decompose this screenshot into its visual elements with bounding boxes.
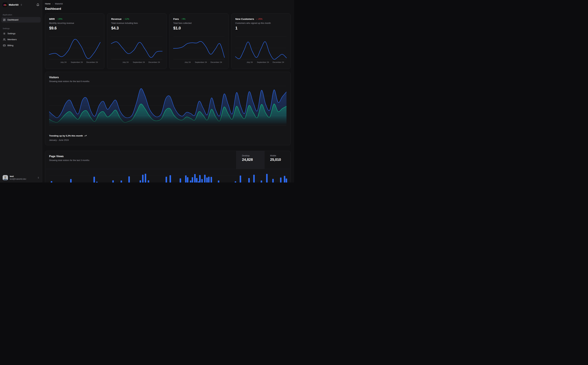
bar (166, 177, 167, 182)
trend-arrow-icon: ↑ (181, 18, 182, 20)
makerkit-logo: m (3, 2, 7, 7)
bar (248, 178, 250, 182)
trending-up-icon (84, 134, 87, 137)
bar (272, 179, 274, 182)
x-tick-label: July 24 (123, 61, 129, 63)
x-tick-label: July 24 (247, 61, 253, 63)
user-name: test (10, 175, 26, 178)
chevron-right-icon (52, 3, 54, 5)
user-info: test test@makerkit.dev (10, 175, 26, 180)
page-views-bar-chart (49, 169, 286, 182)
x-tick-label: September 24 (257, 61, 269, 63)
sidebar-item-dashboard[interactable]: Dashboard (1, 17, 41, 22)
stat-value: 1 (235, 26, 286, 30)
bar (218, 181, 219, 182)
bar (93, 177, 95, 182)
bar (235, 181, 236, 182)
visitors-subtitle: Showing total visitors for the last 6 mo… (49, 80, 286, 83)
page-views-title: Page Views (49, 155, 232, 158)
sidebar-item-label: Members (7, 38, 17, 41)
chevrons-up-down-icon[interactable] (20, 4, 22, 6)
x-tick-label: December 24 (86, 61, 98, 63)
toggle-value: 25,010 (270, 158, 291, 162)
sidebar-section-settings: Settings (0, 28, 42, 29)
sparkline-chart (49, 36, 100, 59)
bar (145, 174, 146, 182)
sparkline-chart (173, 36, 224, 59)
bar (280, 177, 282, 182)
trend-badge: ↑20% (57, 18, 62, 20)
bar (51, 181, 52, 182)
stat-card-revenue: Revenue ↑12% Total revenue including fee… (107, 14, 166, 69)
bar (140, 180, 141, 182)
bar (206, 177, 208, 182)
user-avatar (3, 175, 8, 180)
visitors-area-svg (49, 86, 286, 125)
user-account-menu[interactable]: test test@makerkit.dev (0, 173, 42, 182)
bar (261, 181, 262, 182)
bar (121, 181, 122, 182)
visitors-card: Visitors Showing total visitors for the … (45, 72, 291, 145)
x-tick-label: September 24 (195, 61, 207, 63)
toggle-value: 24,828 (242, 158, 264, 162)
toggle-label: Desktop (242, 154, 264, 157)
sidebar-item-label: Settings (7, 32, 15, 35)
toggle-desktop[interactable]: Desktop 24,828 (236, 151, 264, 169)
bar (187, 177, 188, 182)
bar (208, 177, 210, 182)
bar (199, 175, 201, 182)
sidebar: m Makerkit Application Dashboard Setting… (0, 0, 42, 182)
stat-description: Customers who signed up this month (235, 22, 286, 24)
visitors-period: January - June 2024 (49, 139, 69, 141)
x-tick-label: December 24 (148, 61, 160, 63)
bar (128, 176, 130, 182)
breadcrumb-home-link[interactable]: Home (45, 3, 50, 5)
bar (196, 178, 198, 182)
sparkline-chart (235, 36, 286, 59)
chevrons-up-down-icon[interactable] (37, 177, 39, 179)
bar (194, 174, 196, 182)
stat-description: Total revenue including fees (111, 22, 162, 24)
x-tick-label: July 24 (185, 61, 191, 63)
toggle-label: Mobile (270, 154, 291, 157)
bar (240, 175, 241, 182)
x-tick-label: December 24 (211, 61, 222, 63)
visitors-trending: Trending up by 5.2% this month (49, 134, 87, 137)
trend-arrow-icon: ↑ (57, 18, 58, 20)
x-tick-label: September 24 (71, 61, 83, 63)
stat-description: Total fees collected (173, 22, 224, 24)
stat-title: Revenue (111, 18, 122, 20)
sidebar-section-application: Application (0, 14, 42, 16)
toggle-mobile[interactable]: Mobile 25,010 (264, 151, 291, 169)
stat-card-new-customers: New Customers ↓-25% Customers who signed… (231, 14, 291, 69)
sidebar-item-members[interactable]: Members (1, 37, 41, 42)
sidebar-item-label: Dashboard (7, 19, 18, 21)
page-title: Dashboard (45, 7, 291, 11)
visitors-title: Visitors (49, 76, 286, 79)
stat-description: Monthly recurring revenue (49, 22, 100, 24)
page-views-subtitle: Showing total visitors for the last 3 mo… (49, 159, 232, 161)
bar (180, 178, 181, 182)
trend-arrow-icon: ↑ (124, 18, 125, 20)
stat-value: $9.6 (49, 26, 100, 30)
stat-title: New Customers (235, 18, 254, 20)
sparkline-x-axis: July 24 September 24 December 24 (235, 61, 286, 64)
breadcrumb-current[interactable]: Makerkit (55, 3, 63, 5)
bar (96, 182, 97, 182)
x-tick-label: July 24 (60, 61, 66, 63)
notifications-bell-icon[interactable] (36, 3, 39, 6)
sidebar-item-billing[interactable]: Billing (1, 43, 41, 48)
stat-value: $1.0 (173, 26, 224, 30)
makerkit-dashboard-app: m Makerkit Application Dashboard Setting… (0, 0, 294, 182)
workspace-name: Makerkit (9, 3, 19, 6)
main-content: Home Makerkit Dashboard MRR ↑20% Monthly… (45, 0, 291, 11)
sparkline-chart (111, 36, 162, 59)
bar (148, 180, 149, 182)
bar (211, 177, 212, 182)
sparkline-x-axis: July 24 September 24 December 24 (173, 61, 224, 64)
sidebar-item-settings[interactable]: Settings (1, 31, 41, 36)
dashboard-grid-icon (3, 19, 6, 21)
bar (266, 174, 268, 182)
workspace-switcher[interactable]: m Makerkit (0, 0, 42, 9)
bar (201, 179, 203, 182)
